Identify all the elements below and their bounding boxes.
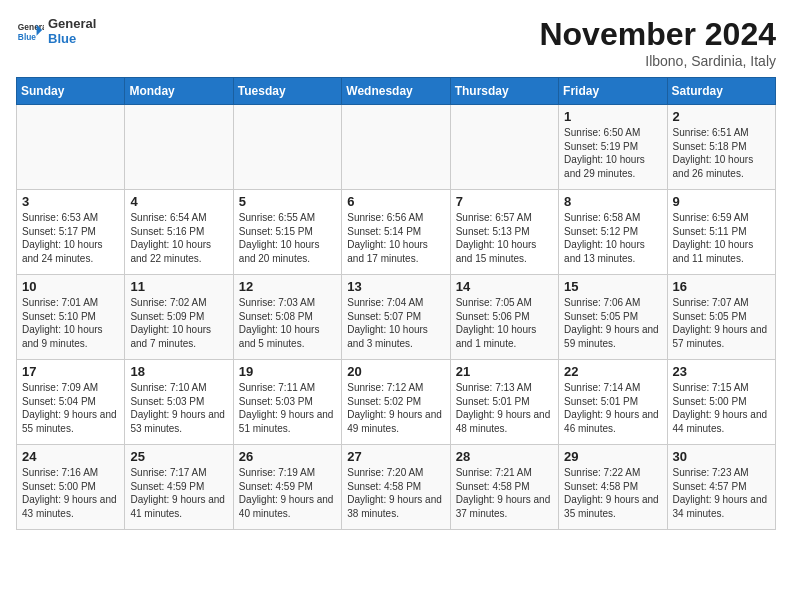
day-info: Sunrise: 7:13 AM Sunset: 5:01 PM Dayligh…: [456, 381, 553, 435]
day-cell: 3Sunrise: 6:53 AM Sunset: 5:17 PM Daylig…: [17, 190, 125, 275]
day-cell: 14Sunrise: 7:05 AM Sunset: 5:06 PM Dayli…: [450, 275, 558, 360]
day-cell: 23Sunrise: 7:15 AM Sunset: 5:00 PM Dayli…: [667, 360, 775, 445]
day-info: Sunrise: 6:53 AM Sunset: 5:17 PM Dayligh…: [22, 211, 119, 265]
day-info: Sunrise: 7:07 AM Sunset: 5:05 PM Dayligh…: [673, 296, 770, 350]
day-cell: 6Sunrise: 6:56 AM Sunset: 5:14 PM Daylig…: [342, 190, 450, 275]
day-cell: 8Sunrise: 6:58 AM Sunset: 5:12 PM Daylig…: [559, 190, 667, 275]
day-info: Sunrise: 7:09 AM Sunset: 5:04 PM Dayligh…: [22, 381, 119, 435]
day-cell: 11Sunrise: 7:02 AM Sunset: 5:09 PM Dayli…: [125, 275, 233, 360]
day-cell: 5Sunrise: 6:55 AM Sunset: 5:15 PM Daylig…: [233, 190, 341, 275]
day-cell: 7Sunrise: 6:57 AM Sunset: 5:13 PM Daylig…: [450, 190, 558, 275]
week-row-5: 24Sunrise: 7:16 AM Sunset: 5:00 PM Dayli…: [17, 445, 776, 530]
week-row-3: 10Sunrise: 7:01 AM Sunset: 5:10 PM Dayli…: [17, 275, 776, 360]
day-info: Sunrise: 7:02 AM Sunset: 5:09 PM Dayligh…: [130, 296, 227, 350]
day-info: Sunrise: 7:01 AM Sunset: 5:10 PM Dayligh…: [22, 296, 119, 350]
day-cell: 27Sunrise: 7:20 AM Sunset: 4:58 PM Dayli…: [342, 445, 450, 530]
day-info: Sunrise: 7:15 AM Sunset: 5:00 PM Dayligh…: [673, 381, 770, 435]
day-cell: 28Sunrise: 7:21 AM Sunset: 4:58 PM Dayli…: [450, 445, 558, 530]
day-number: 18: [130, 364, 227, 379]
title-block: November 2024 Ilbono, Sardinia, Italy: [539, 16, 776, 69]
day-info: Sunrise: 6:56 AM Sunset: 5:14 PM Dayligh…: [347, 211, 444, 265]
day-cell: 24Sunrise: 7:16 AM Sunset: 5:00 PM Dayli…: [17, 445, 125, 530]
day-number: 22: [564, 364, 661, 379]
day-number: 7: [456, 194, 553, 209]
day-info: Sunrise: 7:22 AM Sunset: 4:58 PM Dayligh…: [564, 466, 661, 520]
day-cell: 10Sunrise: 7:01 AM Sunset: 5:10 PM Dayli…: [17, 275, 125, 360]
day-cell: 13Sunrise: 7:04 AM Sunset: 5:07 PM Dayli…: [342, 275, 450, 360]
day-info: Sunrise: 7:16 AM Sunset: 5:00 PM Dayligh…: [22, 466, 119, 520]
week-row-1: 1Sunrise: 6:50 AM Sunset: 5:19 PM Daylig…: [17, 105, 776, 190]
day-number: 15: [564, 279, 661, 294]
day-number: 2: [673, 109, 770, 124]
day-number: 13: [347, 279, 444, 294]
day-cell: [450, 105, 558, 190]
day-cell: 2Sunrise: 6:51 AM Sunset: 5:18 PM Daylig…: [667, 105, 775, 190]
week-row-4: 17Sunrise: 7:09 AM Sunset: 5:04 PM Dayli…: [17, 360, 776, 445]
day-cell: 17Sunrise: 7:09 AM Sunset: 5:04 PM Dayli…: [17, 360, 125, 445]
day-info: Sunrise: 7:21 AM Sunset: 4:58 PM Dayligh…: [456, 466, 553, 520]
day-info: Sunrise: 7:12 AM Sunset: 5:02 PM Dayligh…: [347, 381, 444, 435]
calendar-body: 1Sunrise: 6:50 AM Sunset: 5:19 PM Daylig…: [17, 105, 776, 530]
day-cell: 25Sunrise: 7:17 AM Sunset: 4:59 PM Dayli…: [125, 445, 233, 530]
day-info: Sunrise: 6:58 AM Sunset: 5:12 PM Dayligh…: [564, 211, 661, 265]
day-cell: 22Sunrise: 7:14 AM Sunset: 5:01 PM Dayli…: [559, 360, 667, 445]
day-cell: 29Sunrise: 7:22 AM Sunset: 4:58 PM Dayli…: [559, 445, 667, 530]
day-cell: 1Sunrise: 6:50 AM Sunset: 5:19 PM Daylig…: [559, 105, 667, 190]
month-title: November 2024: [539, 16, 776, 53]
day-number: 24: [22, 449, 119, 464]
day-info: Sunrise: 7:23 AM Sunset: 4:57 PM Dayligh…: [673, 466, 770, 520]
day-info: Sunrise: 7:17 AM Sunset: 4:59 PM Dayligh…: [130, 466, 227, 520]
day-cell: [233, 105, 341, 190]
day-info: Sunrise: 6:57 AM Sunset: 5:13 PM Dayligh…: [456, 211, 553, 265]
day-number: 28: [456, 449, 553, 464]
day-number: 1: [564, 109, 661, 124]
logo-blue: Blue: [48, 31, 96, 46]
header-monday: Monday: [125, 78, 233, 105]
day-number: 10: [22, 279, 119, 294]
day-info: Sunrise: 7:10 AM Sunset: 5:03 PM Dayligh…: [130, 381, 227, 435]
header-sunday: Sunday: [17, 78, 125, 105]
day-cell: [342, 105, 450, 190]
day-info: Sunrise: 7:19 AM Sunset: 4:59 PM Dayligh…: [239, 466, 336, 520]
day-info: Sunrise: 7:03 AM Sunset: 5:08 PM Dayligh…: [239, 296, 336, 350]
day-cell: 20Sunrise: 7:12 AM Sunset: 5:02 PM Dayli…: [342, 360, 450, 445]
day-number: 14: [456, 279, 553, 294]
svg-text:Blue: Blue: [18, 32, 36, 42]
calendar-header: SundayMondayTuesdayWednesdayThursdayFrid…: [17, 78, 776, 105]
day-number: 25: [130, 449, 227, 464]
day-cell: 18Sunrise: 7:10 AM Sunset: 5:03 PM Dayli…: [125, 360, 233, 445]
day-cell: 21Sunrise: 7:13 AM Sunset: 5:01 PM Dayli…: [450, 360, 558, 445]
day-number: 4: [130, 194, 227, 209]
day-number: 26: [239, 449, 336, 464]
day-number: 11: [130, 279, 227, 294]
header-wednesday: Wednesday: [342, 78, 450, 105]
day-number: 20: [347, 364, 444, 379]
day-cell: 12Sunrise: 7:03 AM Sunset: 5:08 PM Dayli…: [233, 275, 341, 360]
day-cell: 16Sunrise: 7:07 AM Sunset: 5:05 PM Dayli…: [667, 275, 775, 360]
header-thursday: Thursday: [450, 78, 558, 105]
day-info: Sunrise: 7:05 AM Sunset: 5:06 PM Dayligh…: [456, 296, 553, 350]
logo-general: General: [48, 16, 96, 31]
day-info: Sunrise: 6:54 AM Sunset: 5:16 PM Dayligh…: [130, 211, 227, 265]
calendar-table: SundayMondayTuesdayWednesdayThursdayFrid…: [16, 77, 776, 530]
day-cell: 19Sunrise: 7:11 AM Sunset: 5:03 PM Dayli…: [233, 360, 341, 445]
day-cell: 30Sunrise: 7:23 AM Sunset: 4:57 PM Dayli…: [667, 445, 775, 530]
logo: General Blue General Blue: [16, 16, 96, 46]
day-number: 5: [239, 194, 336, 209]
day-info: Sunrise: 7:11 AM Sunset: 5:03 PM Dayligh…: [239, 381, 336, 435]
header-row: SundayMondayTuesdayWednesdayThursdayFrid…: [17, 78, 776, 105]
day-number: 19: [239, 364, 336, 379]
day-info: Sunrise: 7:14 AM Sunset: 5:01 PM Dayligh…: [564, 381, 661, 435]
page-header: General Blue General Blue November 2024 …: [16, 16, 776, 69]
day-cell: 4Sunrise: 6:54 AM Sunset: 5:16 PM Daylig…: [125, 190, 233, 275]
day-number: 16: [673, 279, 770, 294]
day-info: Sunrise: 7:20 AM Sunset: 4:58 PM Dayligh…: [347, 466, 444, 520]
day-number: 23: [673, 364, 770, 379]
day-number: 29: [564, 449, 661, 464]
day-info: Sunrise: 6:50 AM Sunset: 5:19 PM Dayligh…: [564, 126, 661, 180]
day-number: 6: [347, 194, 444, 209]
day-info: Sunrise: 6:59 AM Sunset: 5:11 PM Dayligh…: [673, 211, 770, 265]
day-cell: [17, 105, 125, 190]
day-number: 30: [673, 449, 770, 464]
day-info: Sunrise: 6:55 AM Sunset: 5:15 PM Dayligh…: [239, 211, 336, 265]
